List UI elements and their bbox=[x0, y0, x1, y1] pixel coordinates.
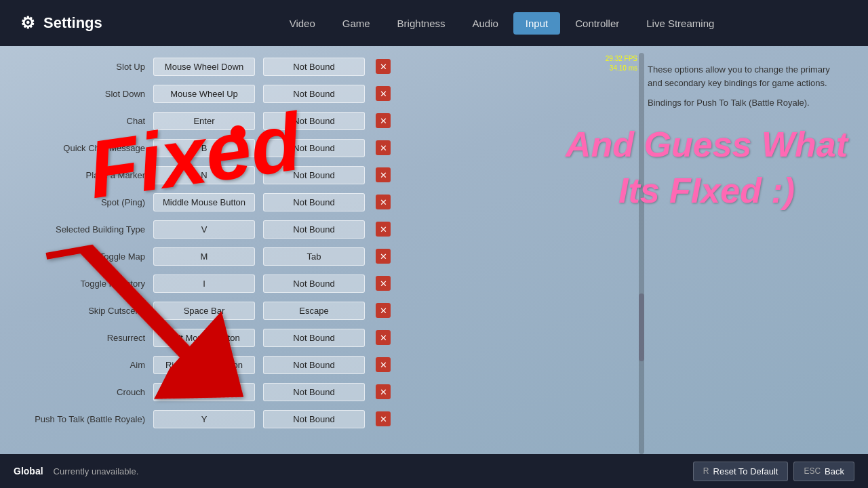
action-label: Skip Cutscene bbox=[14, 297, 149, 324]
remove-btn[interactable]: ✕ bbox=[376, 303, 391, 318]
action-label: Toggle Map bbox=[14, 243, 149, 270]
tab-audio[interactable]: Audio bbox=[460, 12, 510, 35]
remove-btn[interactable]: ✕ bbox=[376, 222, 391, 237]
primary-key-cell: Left Ctrl bbox=[149, 378, 259, 405]
remove-btn[interactable]: ✕ bbox=[376, 384, 391, 399]
secondary-key-btn[interactable]: Not Bound bbox=[263, 58, 365, 76]
primary-key-btn[interactable]: Middle Mouse Button bbox=[153, 193, 255, 211]
primary-key-btn[interactable]: Left Ctrl bbox=[153, 383, 255, 401]
bottom-bar: Global Currently unavailable. R Reset To… bbox=[0, 454, 868, 488]
table-row: Selected Building Type V Not Bound ✕ bbox=[14, 216, 624, 243]
secondary-key-cell: Not Bound bbox=[259, 53, 369, 80]
table-row: Quick Chat Message B Not Bound ✕ bbox=[14, 134, 624, 161]
back-key-hint: ESC bbox=[804, 466, 821, 476]
remove-btn[interactable]: ✕ bbox=[376, 167, 391, 182]
primary-key-cell: Y bbox=[149, 405, 259, 432]
logo-area: ⚙ Settings bbox=[20, 14, 129, 33]
reset-default-button[interactable]: R Reset To Default bbox=[693, 462, 789, 481]
secondary-key-cell: Not Bound bbox=[259, 134, 369, 161]
remove-btn[interactable]: ✕ bbox=[376, 59, 391, 74]
primary-key-btn[interactable]: I bbox=[153, 274, 255, 293]
table-row: Skip Cutscene Space Bar Escape ✕ bbox=[14, 297, 624, 324]
secondary-key-btn[interactable]: Not Bound bbox=[263, 329, 365, 347]
secondary-key-cell: Escape bbox=[259, 297, 369, 324]
secondary-key-btn[interactable]: Not Bound bbox=[263, 139, 365, 157]
scrollbar-thumb[interactable] bbox=[639, 293, 644, 361]
remove-btn[interactable]: ✕ bbox=[376, 357, 391, 372]
remove-btn[interactable]: ✕ bbox=[376, 249, 391, 264]
bindings-area: Slot Up Mouse Wheel Down Not Bound ✕ Slo… bbox=[14, 53, 624, 447]
primary-key-btn[interactable]: M bbox=[153, 247, 255, 266]
global-label: Global bbox=[14, 466, 43, 476]
primary-key-btn[interactable]: B bbox=[153, 139, 255, 157]
remove-btn[interactable]: ✕ bbox=[376, 195, 391, 209]
secondary-key-btn[interactable]: Not Bound bbox=[263, 166, 365, 184]
secondary-key-cell: Not Bound bbox=[259, 351, 369, 378]
fps-line1: 29.32 FPS bbox=[606, 54, 637, 64]
fps-line2: 34.10 ms bbox=[606, 64, 637, 73]
fps-counter: 29.32 FPS 34.10 ms bbox=[606, 54, 637, 73]
bottom-left: Global Currently unavailable. bbox=[14, 466, 138, 476]
back-label: Back bbox=[825, 466, 844, 476]
table-row: Slot Down Mouse Wheel Up Not Bound ✕ bbox=[14, 80, 624, 107]
primary-key-btn[interactable]: Y bbox=[153, 410, 255, 428]
remove-btn[interactable]: ✕ bbox=[376, 411, 391, 426]
remove-btn[interactable]: ✕ bbox=[376, 330, 391, 345]
secondary-key-btn[interactable]: Tab bbox=[263, 247, 365, 266]
secondary-key-cell: Not Bound bbox=[259, 324, 369, 351]
secondary-key-btn[interactable]: Not Bound bbox=[263, 383, 365, 401]
secondary-key-cell: Tab bbox=[259, 243, 369, 270]
secondary-key-btn[interactable]: Not Bound bbox=[263, 85, 365, 103]
primary-key-cell: V bbox=[149, 216, 259, 243]
primary-key-btn[interactable]: V bbox=[153, 220, 255, 239]
gear-icon: ⚙ bbox=[20, 14, 35, 33]
back-button[interactable]: ESC Back bbox=[793, 462, 854, 481]
action-label: Quick Chat Message bbox=[14, 134, 149, 161]
tab-livestreaming[interactable]: Live Streaming bbox=[634, 12, 726, 35]
secondary-key-cell: Not Bound bbox=[259, 161, 369, 188]
table-row: Aim Right Mouse Button Not Bound ✕ bbox=[14, 351, 624, 378]
secondary-key-btn[interactable]: Not Bound bbox=[263, 193, 365, 211]
secondary-key-btn[interactable]: Escape bbox=[263, 302, 365, 320]
secondary-key-cell: Not Bound bbox=[259, 216, 369, 243]
bindings-scroll[interactable]: Slot Up Mouse Wheel Down Not Bound ✕ Slo… bbox=[14, 53, 624, 447]
primary-key-btn[interactable]: Mouse Wheel Down bbox=[153, 58, 255, 76]
primary-key-btn[interactable]: Space Bar bbox=[153, 302, 255, 320]
secondary-key-btn[interactable]: Not Bound bbox=[263, 356, 365, 374]
remove-btn[interactable]: ✕ bbox=[376, 140, 391, 155]
secondary-key-btn[interactable]: Not Bound bbox=[263, 220, 365, 239]
secondary-key-cell: Not Bound bbox=[259, 378, 369, 405]
remove-btn[interactable]: ✕ bbox=[376, 86, 391, 101]
primary-key-btn[interactable]: Mouse Wheel Up bbox=[153, 85, 255, 103]
remove-btn[interactable]: ✕ bbox=[376, 113, 391, 128]
primary-key-btn[interactable]: N bbox=[153, 166, 255, 184]
table-row: Toggle Inventory I Not Bound ✕ bbox=[14, 270, 624, 297]
tab-controller[interactable]: Controller bbox=[563, 12, 631, 35]
secondary-key-btn[interactable]: Not Bound bbox=[263, 410, 365, 428]
primary-key-cell: Mouse Wheel Up bbox=[149, 80, 259, 107]
action-label: Slot Up bbox=[14, 53, 149, 80]
tab-brightness[interactable]: Brightness bbox=[385, 12, 458, 35]
bottom-right: R Reset To Default ESC Back bbox=[693, 462, 854, 481]
tab-video[interactable]: Video bbox=[277, 12, 328, 35]
tab-input[interactable]: Input bbox=[513, 12, 560, 35]
primary-key-cell: Mouse Wheel Down bbox=[149, 53, 259, 80]
primary-key-btn[interactable]: Right Mouse Button bbox=[153, 356, 255, 374]
secondary-key-btn[interactable]: Not Bound bbox=[263, 112, 365, 130]
primary-key-btn[interactable]: Left Mouse Button bbox=[153, 329, 255, 347]
primary-key-cell: Left Mouse Button bbox=[149, 324, 259, 351]
secondary-key-cell: Not Bound bbox=[259, 188, 369, 216]
primary-key-cell: Middle Mouse Button bbox=[149, 188, 259, 216]
remove-btn[interactable]: ✕ bbox=[376, 276, 391, 291]
info-panel: These options allow you to change the pr… bbox=[637, 53, 854, 447]
scrollbar-track[interactable] bbox=[639, 53, 644, 454]
action-label: Selected Building Type bbox=[14, 216, 149, 243]
top-bar: ⚙ Settings Video Game Brightness Audio I… bbox=[0, 0, 868, 46]
table-row: Chat Enter Not Bound ✕ bbox=[14, 107, 624, 134]
unavailable-text: Currently unavailable. bbox=[54, 466, 139, 476]
table-row: Slot Up Mouse Wheel Down Not Bound ✕ bbox=[14, 53, 624, 80]
tab-game[interactable]: Game bbox=[330, 12, 382, 35]
secondary-key-btn[interactable]: Not Bound bbox=[263, 274, 365, 293]
action-label: Aim bbox=[14, 351, 149, 378]
app-title: Settings bbox=[43, 14, 102, 32]
